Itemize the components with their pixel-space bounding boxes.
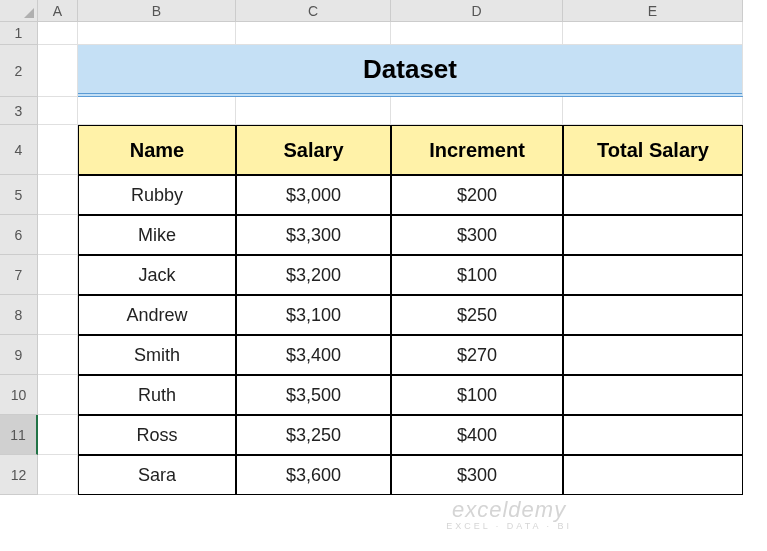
row-header-4[interactable]: 4 bbox=[0, 125, 38, 175]
cell-increment-2[interactable]: $100 bbox=[391, 255, 563, 295]
cell-salary-3[interactable]: $3,100 bbox=[236, 295, 391, 335]
row-header-7[interactable]: 7 bbox=[0, 255, 38, 295]
column-headers: A B C D E bbox=[38, 0, 743, 22]
cell-A7[interactable] bbox=[38, 255, 78, 295]
cell-name-0[interactable]: Rubby bbox=[78, 175, 236, 215]
row-header-9[interactable]: 9 bbox=[0, 335, 38, 375]
row-header-3[interactable]: 3 bbox=[0, 97, 38, 125]
cell-A9[interactable] bbox=[38, 335, 78, 375]
cell-total-4[interactable] bbox=[563, 335, 743, 375]
cell-increment-4[interactable]: $270 bbox=[391, 335, 563, 375]
cell-D1[interactable] bbox=[391, 22, 563, 45]
cell-B3[interactable] bbox=[78, 97, 236, 125]
cell-A12[interactable] bbox=[38, 455, 78, 495]
cell-salary-6[interactable]: $3,250 bbox=[236, 415, 391, 455]
row-header-6[interactable]: 6 bbox=[0, 215, 38, 255]
cell-name-7[interactable]: Sara bbox=[78, 455, 236, 495]
cell-A5[interactable] bbox=[38, 175, 78, 215]
cell-total-5[interactable] bbox=[563, 375, 743, 415]
row-header-12[interactable]: 12 bbox=[0, 455, 38, 495]
row-header-1[interactable]: 1 bbox=[0, 22, 38, 45]
cell-total-0[interactable] bbox=[563, 175, 743, 215]
cell-name-5[interactable]: Ruth bbox=[78, 375, 236, 415]
header-total[interactable]: Total Salary bbox=[563, 125, 743, 175]
select-all-corner[interactable] bbox=[0, 0, 38, 22]
cell-E1[interactable] bbox=[563, 22, 743, 45]
cell-A11[interactable] bbox=[38, 415, 78, 455]
cell-total-3[interactable] bbox=[563, 295, 743, 335]
col-header-B[interactable]: B bbox=[78, 0, 236, 22]
cell-salary-1[interactable]: $3,300 bbox=[236, 215, 391, 255]
cell-increment-0[interactable]: $200 bbox=[391, 175, 563, 215]
row-header-11[interactable]: 11 bbox=[0, 415, 38, 455]
cell-C3[interactable] bbox=[236, 97, 391, 125]
cell-name-3[interactable]: Andrew bbox=[78, 295, 236, 335]
cell-total-6[interactable] bbox=[563, 415, 743, 455]
header-salary[interactable]: Salary bbox=[236, 125, 391, 175]
cell-name-1[interactable]: Mike bbox=[78, 215, 236, 255]
cell-B1[interactable] bbox=[78, 22, 236, 45]
cell-name-4[interactable]: Smith bbox=[78, 335, 236, 375]
cell-A3[interactable] bbox=[38, 97, 78, 125]
cell-salary-0[interactable]: $3,000 bbox=[236, 175, 391, 215]
cell-increment-7[interactable]: $300 bbox=[391, 455, 563, 495]
cell-increment-1[interactable]: $300 bbox=[391, 215, 563, 255]
cell-salary-4[interactable]: $3,400 bbox=[236, 335, 391, 375]
cell-E3[interactable] bbox=[563, 97, 743, 125]
header-increment[interactable]: Increment bbox=[391, 125, 563, 175]
row-header-2[interactable]: 2 bbox=[0, 45, 38, 97]
cell-salary-2[interactable]: $3,200 bbox=[236, 255, 391, 295]
grid-area: DatasetNameSalaryIncrementTotal SalaryRu… bbox=[38, 22, 743, 495]
cell-increment-6[interactable]: $400 bbox=[391, 415, 563, 455]
row-header-5[interactable]: 5 bbox=[0, 175, 38, 215]
cell-A6[interactable] bbox=[38, 215, 78, 255]
col-header-D[interactable]: D bbox=[391, 0, 563, 22]
cell-A10[interactable] bbox=[38, 375, 78, 415]
cell-D3[interactable] bbox=[391, 97, 563, 125]
col-header-E[interactable]: E bbox=[563, 0, 743, 22]
cell-A1[interactable] bbox=[38, 22, 78, 45]
cell-total-7[interactable] bbox=[563, 455, 743, 495]
cell-increment-3[interactable]: $250 bbox=[391, 295, 563, 335]
cell-salary-7[interactable]: $3,600 bbox=[236, 455, 391, 495]
cell-A8[interactable] bbox=[38, 295, 78, 335]
watermark-main: exceldemy bbox=[446, 497, 572, 523]
header-name[interactable]: Name bbox=[78, 125, 236, 175]
row-header-10[interactable]: 10 bbox=[0, 375, 38, 415]
cell-increment-5[interactable]: $100 bbox=[391, 375, 563, 415]
cell-salary-5[interactable]: $3,500 bbox=[236, 375, 391, 415]
cell-total-2[interactable] bbox=[563, 255, 743, 295]
watermark-sub: EXCEL · DATA · BI bbox=[446, 521, 572, 531]
watermark: exceldemy EXCEL · DATA · BI bbox=[446, 497, 572, 531]
col-header-C[interactable]: C bbox=[236, 0, 391, 22]
row-header-8[interactable]: 8 bbox=[0, 295, 38, 335]
row-headers: 123456789101112 bbox=[0, 22, 38, 495]
col-header-A[interactable]: A bbox=[38, 0, 78, 22]
cell-C1[interactable] bbox=[236, 22, 391, 45]
cell-A2[interactable] bbox=[38, 45, 78, 97]
title-cell[interactable]: Dataset bbox=[78, 45, 743, 97]
cell-total-1[interactable] bbox=[563, 215, 743, 255]
cell-name-6[interactable]: Ross bbox=[78, 415, 236, 455]
cell-name-2[interactable]: Jack bbox=[78, 255, 236, 295]
cell-A4[interactable] bbox=[38, 125, 78, 175]
